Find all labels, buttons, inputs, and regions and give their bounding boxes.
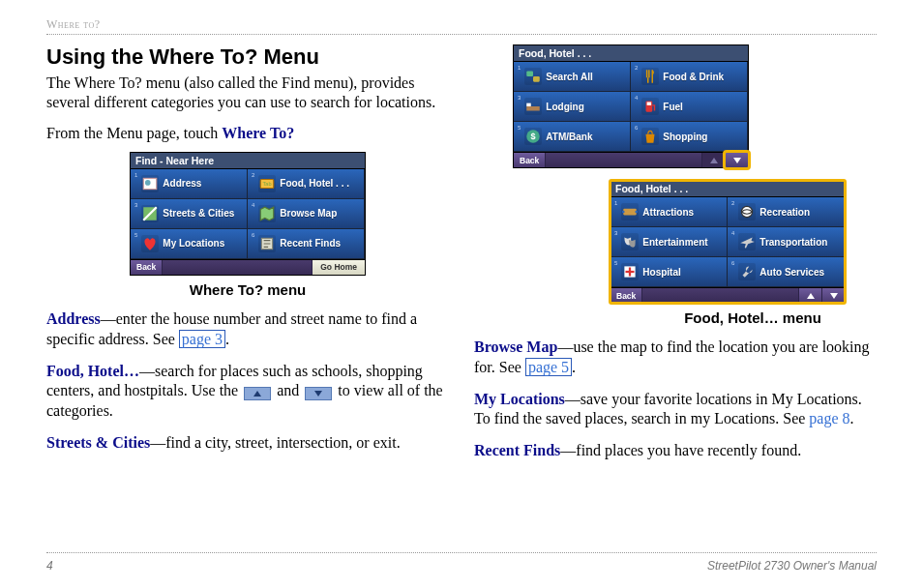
svg-point-20: [636, 211, 639, 214]
cell-number: 6: [252, 232, 254, 238]
svg-point-21: [742, 206, 753, 217]
intro-text: The Where To? menu (also called the Find…: [46, 74, 449, 113]
footer-spacer: [546, 153, 701, 167]
link-page-3[interactable]: page 3: [179, 330, 225, 348]
menu-cell-entertainment[interactable]: 3Entertainment: [610, 227, 728, 257]
svg-marker-17: [733, 158, 741, 163]
desc-my-locations: My Locations—save your favorite location…: [474, 390, 877, 430]
link-page-8[interactable]: page 8: [809, 410, 849, 426]
link-page-5[interactable]: page 5: [525, 358, 572, 376]
address-icon: [141, 175, 159, 192]
cell-number: 1: [518, 65, 521, 71]
menu-cell-browse-map[interactable]: 4Browse Map: [248, 199, 365, 229]
cell-label: Shopping: [663, 132, 707, 142]
menu-cell-fuel[interactable]: 4Fuel: [631, 92, 748, 122]
svg-rect-8: [527, 71, 534, 76]
cell-number: 6: [731, 260, 734, 266]
menu-cell-transportation[interactable]: 4Transportation: [728, 227, 845, 257]
food-icon: Tab: [258, 175, 276, 192]
footer-spacer: [163, 260, 312, 275]
menu-cell-hospital[interactable]: 5Hospital: [610, 257, 728, 287]
menu-cell-recent-finds[interactable]: 6Recent Finds: [248, 229, 365, 259]
footer-spacer: [642, 288, 798, 303]
cell-number: 3: [518, 95, 521, 101]
menu-cell-attractions[interactable]: 1Attractions: [610, 197, 728, 227]
go-home-button[interactable]: Go Home: [312, 260, 365, 275]
svg-rect-24: [626, 271, 635, 273]
back-button[interactable]: Back: [131, 260, 163, 275]
ball-icon: [738, 203, 756, 220]
cell-label: Entertainment: [642, 237, 707, 248]
abc-icon: [524, 68, 542, 85]
cell-label: Fuel: [663, 102, 683, 112]
caption-where-to: Where To? menu: [46, 281, 449, 298]
cell-label: Recent Finds: [280, 238, 341, 249]
bag-icon: [641, 128, 659, 145]
cell-number: 4: [252, 202, 254, 208]
caption-food-menu: Food, Hotel… menu: [629, 309, 877, 326]
bed-icon: [524, 98, 542, 115]
menu-cell-recreation[interactable]: 2Recreation: [728, 197, 845, 227]
cell-number: 3: [134, 202, 137, 208]
svg-marker-7: [314, 391, 322, 397]
screenshot-food-page1: Food, Hotel . . . 1Search All2Food & Dri…: [513, 44, 749, 168]
cell-label: Recreation: [759, 207, 810, 218]
masks-icon: [621, 233, 639, 250]
cell-number: 5: [614, 260, 617, 266]
cell-label: Hospital: [642, 267, 680, 278]
scroll-down-button[interactable]: [725, 153, 748, 167]
lead-text: From the Menu page, touch Where To?: [46, 125, 449, 142]
menu-cell-auto-services[interactable]: 6Auto Services: [728, 257, 845, 287]
cell-number: 2: [635, 65, 638, 71]
cell-number: 2: [252, 172, 254, 178]
cell-label: Address: [163, 178, 201, 189]
cell-number: 1: [614, 200, 617, 206]
svg-point-1: [145, 180, 151, 186]
svg-text:$: $: [531, 132, 536, 141]
scroll-up-button[interactable]: [701, 153, 725, 167]
desc-recent-finds: Recent Finds—find places you have recent…: [474, 441, 877, 461]
cell-number: 2: [731, 200, 734, 206]
menu-cell-shopping[interactable]: 6Shopping: [631, 122, 748, 152]
cell-number: 5: [134, 232, 137, 238]
svg-rect-9: [533, 76, 540, 82]
desc-address: Address—enter the house number and stree…: [46, 309, 449, 350]
arrow-up-icon: [244, 387, 271, 400]
scroll-up-button[interactable]: [798, 288, 821, 303]
svg-text:Tab: Tab: [263, 181, 272, 187]
menu-cell-food-hotel[interactable]: 2TabFood, Hotel . . .: [248, 169, 365, 199]
desc-streets: Streets & Cities—find a city, street, in…: [46, 433, 449, 454]
svg-rect-13: [647, 103, 652, 105]
fork-icon: [641, 68, 659, 85]
wrench-icon: [738, 263, 756, 280]
cell-label: Attractions: [642, 207, 694, 218]
fuel-icon: [641, 98, 659, 115]
recent-icon: [258, 235, 276, 252]
cell-label: Auto Services: [759, 267, 824, 278]
menu-cell-streets-cities[interactable]: 3Streets & Cities: [131, 199, 248, 229]
scroll-down-button[interactable]: [821, 288, 845, 303]
svg-marker-6: [253, 391, 261, 397]
desc-food: Food, Hotel…—search for places such as s…: [46, 362, 449, 422]
device-titlebar: Find - Near Here: [131, 153, 365, 169]
cell-label: My Locations: [163, 238, 224, 249]
back-button[interactable]: Back: [610, 288, 642, 303]
cell-label: Food, Hotel . . .: [280, 178, 349, 189]
device-titlebar: Food, Hotel . . .: [514, 45, 748, 62]
section-header: Where to?: [46, 17, 877, 32]
menu-cell-lodging[interactable]: 3Lodging: [514, 92, 631, 122]
cell-number: 4: [635, 95, 638, 101]
cell-number: 1: [134, 172, 137, 178]
svg-marker-25: [807, 293, 815, 299]
menu-cell-address[interactable]: 1Address: [131, 169, 248, 199]
menu-cell-my-locations[interactable]: 5My Locations: [131, 229, 248, 259]
back-button[interactable]: Back: [514, 153, 546, 167]
svg-rect-11: [527, 103, 532, 106]
cell-number: 3: [614, 230, 617, 236]
where-to-term: Where To?: [222, 125, 294, 141]
hospital-icon: [621, 263, 639, 280]
menu-cell-atm-bank[interactable]: 5$ATM/Bank: [514, 122, 631, 152]
menu-cell-food-drink[interactable]: 2Food & Drink: [631, 62, 748, 92]
page-number: 4: [46, 559, 53, 573]
menu-cell-search-all[interactable]: 1Search All: [514, 62, 631, 92]
